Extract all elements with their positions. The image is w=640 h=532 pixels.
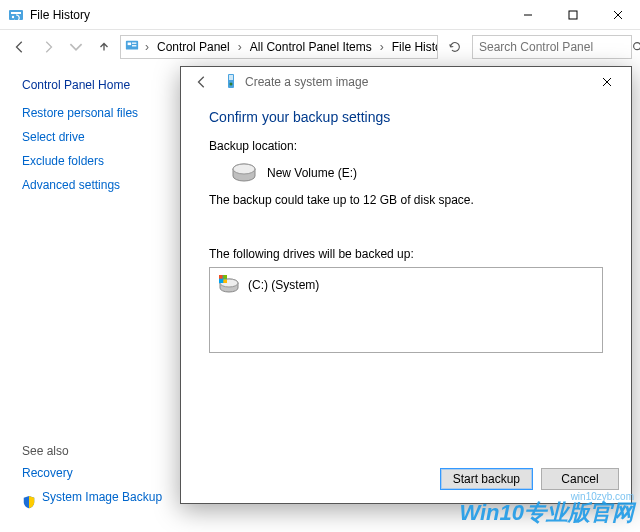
sidebar-link-advanced[interactable]: Advanced settings	[22, 178, 174, 192]
breadcrumb-separator: ›	[378, 40, 386, 54]
dialog-title: Create a system image	[245, 75, 368, 89]
hard-drive-icon	[231, 163, 257, 183]
address-bar[interactable]: › Control Panel › All Control Panel Item…	[120, 35, 438, 59]
sidebar-link-exclude[interactable]: Exclude folders	[22, 154, 174, 168]
breadcrumb-separator: ›	[236, 40, 244, 54]
sidebar-link-select-drive[interactable]: Select drive	[22, 130, 174, 144]
see-also-recovery[interactable]: Recovery	[22, 466, 182, 480]
search-input[interactable]	[477, 39, 631, 55]
nav-forward-button[interactable]	[36, 35, 60, 59]
minimize-button[interactable]	[505, 0, 550, 30]
nav-up-button[interactable]	[92, 35, 116, 59]
svg-point-19	[233, 164, 255, 174]
system-image-dialog: Create a system image Confirm your backu…	[180, 66, 632, 504]
svg-rect-25	[219, 279, 223, 283]
breadcrumb-seg-1[interactable]: All Control Panel Items	[248, 40, 374, 54]
see-also-section: See also Recovery System Image Backup	[22, 444, 182, 520]
close-button[interactable]	[595, 0, 640, 30]
dialog-footer: Start backup Cancel	[181, 455, 631, 503]
sidebar-link-restore[interactable]: Restore personal files	[22, 106, 174, 120]
dialog-body: Confirm your backup settings Backup loca…	[181, 97, 631, 455]
backup-size-note: The backup could take up to 12 GB of dis…	[209, 193, 603, 207]
svg-rect-14	[229, 75, 233, 80]
cancel-button[interactable]: Cancel	[541, 468, 619, 490]
sidebar: Control Panel Home Restore personal file…	[0, 64, 190, 532]
system-drive-icon	[218, 274, 240, 296]
svg-rect-10	[132, 45, 136, 46]
start-backup-button[interactable]: Start backup	[440, 468, 533, 490]
control-panel-home-link[interactable]: Control Panel Home	[22, 78, 174, 92]
dialog-heading: Confirm your backup settings	[209, 109, 603, 125]
app-icon	[8, 7, 24, 23]
svg-rect-26	[223, 279, 227, 283]
dialog-titlebar: Create a system image	[181, 67, 631, 97]
backup-location-label: Backup location:	[209, 139, 603, 153]
wizard-icon	[223, 73, 239, 92]
svg-point-2	[12, 15, 14, 17]
search-icon	[631, 40, 640, 54]
breadcrumb-seg-2[interactable]: File History	[390, 40, 438, 54]
see-also-label: See also	[22, 444, 182, 458]
control-panel-icon	[125, 39, 139, 56]
refresh-button[interactable]	[442, 35, 468, 59]
search-box[interactable]	[472, 35, 632, 59]
dialog-back-button[interactable]	[191, 71, 213, 93]
see-also-system-image[interactable]: System Image Backup	[42, 490, 162, 504]
maximize-button[interactable]	[550, 0, 595, 30]
drives-list-label: The following drives will be backed up:	[209, 247, 603, 261]
drive-label: (C:) (System)	[248, 278, 319, 292]
shield-icon	[22, 495, 36, 509]
svg-point-15	[230, 82, 233, 85]
drive-row[interactable]: (C:) (System)	[218, 274, 594, 296]
dialog-close-button[interactable]	[587, 69, 627, 95]
breadcrumb-seg-0[interactable]: Control Panel	[155, 40, 232, 54]
nav-back-button[interactable]	[8, 35, 32, 59]
svg-rect-24	[223, 275, 227, 279]
backup-location-row: New Volume (E:)	[209, 159, 603, 193]
svg-rect-9	[132, 42, 136, 43]
svg-rect-1	[11, 12, 21, 14]
window-titlebar: File History	[0, 0, 640, 30]
svg-rect-23	[219, 275, 223, 279]
navigation-bar: › Control Panel › All Control Panel Item…	[0, 30, 640, 64]
window-title: File History	[30, 8, 90, 22]
svg-point-11	[634, 43, 640, 50]
breadcrumb-separator: ›	[143, 40, 151, 54]
backup-location-value: New Volume (E:)	[267, 166, 357, 180]
svg-rect-4	[569, 11, 577, 19]
nav-recent-dropdown[interactable]	[64, 35, 88, 59]
drives-list[interactable]: (C:) (System)	[209, 267, 603, 353]
svg-rect-8	[128, 42, 132, 45]
